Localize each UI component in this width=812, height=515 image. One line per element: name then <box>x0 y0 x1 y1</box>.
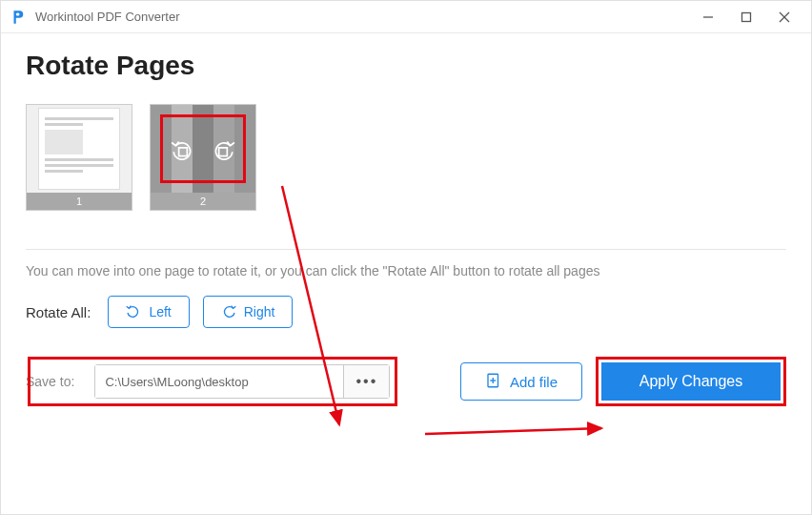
add-file-button[interactable]: Add file <box>460 362 582 401</box>
page-thumb-2[interactable]: 2 <box>150 104 256 211</box>
apply-changes-label: Apply Changes <box>639 373 743 390</box>
page-thumb-2-body <box>151 105 255 193</box>
page-thumb-1-label: 1 <box>27 193 132 210</box>
separator <box>26 249 786 250</box>
svg-rect-5 <box>179 148 188 156</box>
save-path-highlight: Save to: ••• <box>28 357 397 406</box>
app-title: Workintool PDF Converter <box>35 10 179 24</box>
page-thumbnails: 1 2 <box>26 104 786 211</box>
apply-changes-button[interactable]: Apply Changes <box>601 362 781 401</box>
rotate-right-icon <box>221 303 236 321</box>
rotate-right-button[interactable] <box>209 134 237 163</box>
document-preview-icon <box>38 108 120 190</box>
rotate-all-left-button[interactable]: Left <box>108 296 189 328</box>
page-thumb-1-body <box>27 105 132 193</box>
add-file-icon <box>485 372 502 392</box>
svg-rect-6 <box>219 148 228 156</box>
page-title: Rotate Pages <box>26 51 786 81</box>
save-path-input[interactable] <box>95 365 343 398</box>
rotate-left-icon <box>126 303 141 321</box>
maximize-button[interactable] <box>727 1 765 33</box>
titlebar: Workintool PDF Converter <box>1 1 811 33</box>
svg-rect-2 <box>742 12 751 21</box>
minimize-button[interactable] <box>689 1 727 33</box>
rotate-all-right-label: Right <box>244 304 275 319</box>
rotate-overlay-highlight <box>160 114 246 183</box>
rotate-all-row: Rotate All: Left Right <box>26 296 786 328</box>
bottom-action-row: Save to: Save to: ••• Add file Apply Cha… <box>26 357 786 406</box>
close-button[interactable] <box>765 1 803 33</box>
page-thumb-1[interactable]: 1 <box>26 104 132 211</box>
app-logo-icon <box>9 8 28 27</box>
rotate-all-label: Rotate All: <box>26 304 91 320</box>
add-file-label: Add file <box>510 374 558 390</box>
rotate-hint-text: You can move into one page to rotate it,… <box>26 263 786 278</box>
save-path-group: ••• <box>94 364 390 399</box>
annotation-arrow-2 <box>420 415 620 457</box>
svg-rect-0 <box>16 12 20 15</box>
page-thumb-2-label: 2 <box>151 193 255 210</box>
rotate-all-left-label: Left <box>149 304 171 319</box>
apply-highlight: Apply Changes <box>596 357 786 406</box>
svg-line-11 <box>425 428 601 434</box>
rotate-left-button[interactable] <box>169 134 197 163</box>
rotate-all-right-button[interactable]: Right <box>203 296 294 328</box>
browse-button[interactable]: ••• <box>343 365 389 398</box>
